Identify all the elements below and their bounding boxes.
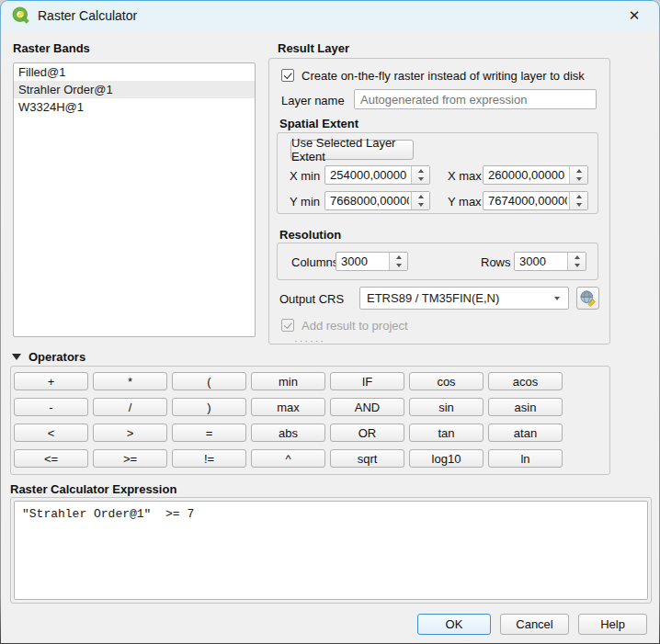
operators-title: Operators: [28, 350, 85, 364]
operator-button[interactable]: max: [251, 398, 325, 416]
operator-button[interactable]: <=: [14, 449, 88, 468]
spin-arrows[interactable]: [567, 253, 586, 270]
spin-down-icon[interactable]: [570, 201, 587, 210]
list-item-band-selected[interactable]: Strahler Order@1: [14, 81, 255, 98]
spin-arrows[interactable]: [569, 166, 587, 184]
x-max-spinbox[interactable]: [483, 165, 588, 185]
operator-button[interactable]: !=: [172, 449, 246, 468]
spin-down-icon[interactable]: [412, 201, 429, 210]
operator-button[interactable]: IF: [330, 372, 404, 390]
select-crs-button[interactable]: [576, 287, 599, 310]
rows-label: Rows: [481, 255, 511, 269]
spin-down-icon[interactable]: [568, 262, 586, 271]
y-min-label: Y min: [290, 195, 320, 209]
spin-arrows[interactable]: [411, 166, 429, 184]
spin-arrows[interactable]: [389, 253, 407, 270]
rows-spinbox[interactable]: [514, 252, 586, 271]
operator-button[interactable]: log10: [409, 449, 484, 468]
expression-textarea[interactable]: "Strahler Order@1" >= 7: [14, 501, 648, 600]
spin-arrows[interactable]: [411, 192, 429, 209]
result-layer-title: Result Layer: [278, 41, 349, 55]
spin-up-icon[interactable]: [412, 166, 429, 175]
splitter-handle[interactable]: ······: [288, 337, 332, 345]
y-max-input[interactable]: [484, 192, 569, 209]
x-min-label: X min: [290, 169, 320, 183]
raster-calculator-dialog: Raster Calculator ✕ Raster Bands Filled@…: [1, 1, 659, 643]
operator-button[interactable]: cos: [409, 372, 484, 390]
expression-title: Raster Calculator Expression: [10, 482, 176, 496]
layer-name-label: Layer name: [281, 94, 345, 107]
operator-button[interactable]: asin: [488, 398, 563, 416]
spatial-extent-title: Spatial Extent: [279, 117, 358, 130]
spin-up-icon[interactable]: [570, 192, 587, 201]
x-min-input[interactable]: [325, 166, 411, 184]
qgis-logo-icon: [12, 6, 30, 25]
operator-button[interactable]: sin: [409, 398, 484, 416]
window-title: Raster Calculator: [38, 8, 137, 23]
close-icon[interactable]: ✕: [619, 5, 650, 27]
operator-button[interactable]: AND: [330, 398, 404, 416]
cancel-button[interactable]: Cancel: [500, 614, 569, 635]
spin-up-icon[interactable]: [568, 253, 586, 262]
operator-button[interactable]: tan: [409, 424, 484, 442]
chevron-down-icon: [554, 297, 560, 300]
raster-bands-label: Raster Bands: [13, 41, 90, 55]
columns-input[interactable]: [336, 253, 389, 270]
add-result-label: Add result to project: [302, 319, 408, 333]
y-min-input[interactable]: [325, 192, 411, 209]
x-min-spinbox[interactable]: [324, 165, 430, 185]
use-selected-layer-extent-button[interactable]: Use Selected Layer Extent: [290, 140, 414, 160]
spin-up-icon[interactable]: [570, 166, 587, 175]
resolution-title: Resolution: [279, 228, 341, 242]
operator-button[interactable]: min: [251, 372, 325, 390]
operator-button[interactable]: ln: [488, 449, 563, 468]
operator-button[interactable]: >: [93, 424, 167, 442]
operator-button[interactable]: OR: [330, 424, 404, 442]
spin-arrows[interactable]: [569, 192, 587, 209]
y-max-spinbox[interactable]: [483, 191, 588, 210]
operator-button[interactable]: =: [172, 424, 246, 442]
add-result-checkbox: [281, 319, 294, 332]
spin-up-icon[interactable]: [390, 253, 407, 262]
rows-input[interactable]: [515, 253, 567, 270]
operator-button[interactable]: ): [172, 398, 246, 416]
operator-button[interactable]: >=: [93, 449, 167, 468]
operator-button[interactable]: atan: [488, 424, 563, 442]
columns-spinbox[interactable]: [336, 252, 408, 271]
spin-up-icon[interactable]: [412, 192, 429, 201]
spin-down-icon[interactable]: [412, 175, 429, 185]
spin-down-icon[interactable]: [570, 175, 587, 185]
operator-button[interactable]: (: [172, 372, 246, 390]
operator-button[interactable]: abs: [251, 424, 325, 442]
x-max-label: X max: [448, 169, 482, 183]
on-the-fly-checkbox[interactable]: [281, 69, 294, 82]
raster-bands-list[interactable]: Filled@1 Strahler Order@1 W3324H@1: [13, 62, 256, 337]
operator-button[interactable]: ^: [251, 449, 325, 468]
output-crs-combobox[interactable]: ETRS89 / TM35FIN(E,N): [359, 287, 569, 310]
y-max-label: Y max: [448, 195, 482, 209]
operator-button[interactable]: acos: [488, 372, 563, 390]
on-the-fly-label: Create on-the-fly raster instead of writ…: [302, 69, 585, 83]
globe-edit-icon: [579, 289, 597, 307]
operator-button[interactable]: -: [14, 398, 88, 416]
list-item-band[interactable]: Filled@1: [14, 63, 255, 81]
columns-label: Columns: [291, 255, 338, 269]
help-button[interactable]: Help: [578, 614, 647, 635]
operator-button[interactable]: *: [93, 372, 167, 390]
operators-grid: + * ( min IF cos acos - / ) max AND sin …: [14, 372, 563, 468]
spin-down-icon[interactable]: [390, 262, 407, 271]
operator-button[interactable]: sqrt: [330, 449, 404, 468]
y-min-spinbox[interactable]: [324, 191, 430, 210]
operator-button[interactable]: /: [93, 398, 167, 416]
collapse-arrow-icon[interactable]: [12, 354, 21, 360]
title-bar[interactable]: Raster Calculator ✕: [1, 1, 659, 30]
x-max-input[interactable]: [484, 166, 569, 184]
output-crs-label: Output CRS: [279, 292, 344, 306]
operator-button[interactable]: <: [14, 424, 88, 442]
output-crs-value: ETRS89 / TM35FIN(E,N): [367, 291, 499, 305]
list-item-band[interactable]: W3324H@1: [14, 98, 255, 116]
operator-button[interactable]: +: [14, 372, 88, 390]
dialog-frame: Raster Calculator ✕ Raster Bands Filled@…: [0, 0, 660, 644]
layer-name-input[interactable]: [354, 89, 597, 109]
ok-button[interactable]: OK: [417, 614, 491, 635]
